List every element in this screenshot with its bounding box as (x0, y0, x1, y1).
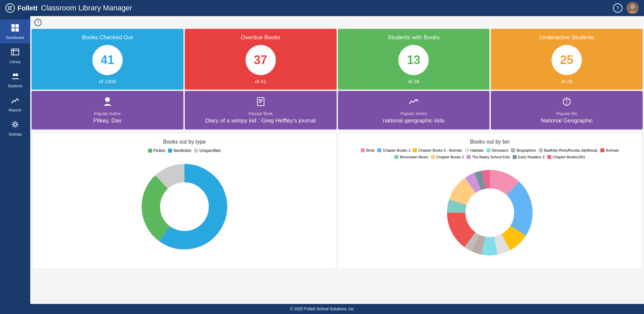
popular-bin-value: National Geographic (541, 117, 593, 124)
help-icon-sm[interactable]: ? (34, 19, 42, 26)
legend-unspecified: Unspecified (194, 148, 221, 153)
stats-row: Books Checked Out 41 of 1303 Overdue Boo… (30, 29, 644, 90)
legend-chapter-books1001: Chapter Books1001 (547, 155, 585, 159)
stat-card-underactive-students[interactable]: Underactive Students 25 of 26 (491, 29, 643, 90)
popular-series-icon (408, 96, 419, 109)
stat-title-students-with-books: Students with Books (388, 34, 439, 41)
info-card-popular-series[interactable]: Popular Series national geographic kids (338, 91, 490, 129)
chart-by-type-legend: Fiction Nonfiction Unspecified (38, 148, 331, 153)
legend-label-chapter-books-5: Chapter Books 5 - Animals (418, 148, 462, 152)
legend-dot-biographies (511, 148, 515, 152)
info-card-popular-book[interactable]: Popular Book Diary of a wimpy kid : Greg… (185, 91, 337, 129)
svg-point-14 (17, 99, 19, 101)
legend-bailey: The Bailey School Kids (467, 155, 510, 159)
legend-early-readers: Early Readers 3 (513, 155, 545, 159)
popular-bin-icon (561, 96, 572, 109)
svg-rect-6 (15, 28, 19, 32)
legend-animals: Animals (600, 148, 619, 152)
donut-by-type-wrapper (38, 156, 331, 257)
info-card-popular-author[interactable]: Popular Author Pilkey, Dav (32, 91, 183, 129)
legend-chapter-books-2: Chapter Books 2 (431, 155, 464, 159)
app-header: Follett Classroom Library Manager ? (0, 0, 644, 16)
svg-point-15 (14, 123, 16, 126)
popular-book-value: Diary of a wimpy kid : Greg Heffley's jo… (205, 117, 316, 124)
stat-sub-overdue-books: of 41 (255, 78, 266, 84)
popular-author-label: Popular Author (94, 111, 121, 116)
help-row: ? (30, 16, 644, 29)
sidebar-item-reports[interactable]: Reports (0, 92, 30, 116)
svg-point-16 (105, 97, 110, 102)
stat-title-books-checked-out: Books Checked Out (82, 34, 133, 41)
charts-row: Books out by type Fiction Nonfiction Uns… (30, 132, 644, 270)
sidebar-item-students[interactable]: Students (0, 68, 30, 92)
stat-value-books-checked-out: 41 (92, 45, 123, 75)
legend-birds: Birds (361, 148, 375, 152)
legend-label-habitats: Habitats (470, 148, 484, 152)
svg-point-10 (13, 73, 15, 76)
legend-dot-chapter-books-5 (413, 148, 417, 152)
main-content: ? Books Checked Out 41 of 1303 Overdue B… (30, 16, 644, 314)
library-label: Library (9, 60, 21, 64)
legend-dot-unspecified (194, 149, 198, 153)
popular-bin-label: Popular Bin (556, 111, 577, 116)
legend-dot-chapter-books-1 (377, 148, 381, 152)
popular-book-icon (255, 96, 266, 109)
dashboard-icon (11, 23, 19, 34)
legend-dot-berenstain (394, 155, 398, 159)
legend-dot-animals (600, 148, 604, 152)
app-footer: © 2020 Follett School Solutions, Inc (0, 304, 644, 314)
svg-point-42 (466, 189, 514, 237)
user-avatar[interactable] (627, 2, 639, 14)
info-card-popular-bin[interactable]: Popular Bin National Geographic (491, 91, 643, 129)
stat-sub-books-checked-out: of 1303 (99, 78, 116, 84)
stat-card-overdue-books[interactable]: Overdue Books 37 of 41 (185, 29, 337, 90)
svg-point-12 (11, 102, 13, 103)
chart-by-type-title: Books out by type (38, 139, 331, 145)
legend-label-fiction: Fiction (154, 148, 165, 153)
legend-label-birds: Birds (366, 148, 375, 152)
header-help-button[interactable]: ? (613, 3, 622, 13)
legend-dot-early-readers (513, 155, 517, 159)
popular-series-value: national geographic kids (383, 117, 444, 124)
settings-icon (11, 120, 19, 131)
chart-by-type: Books out by type Fiction Nonfiction Uns… (33, 134, 336, 268)
chart-by-bin: Books out by bin Birds Chapter Books 1 C… (339, 134, 642, 268)
reports-icon (11, 96, 19, 107)
legend-label-chapter-books-2: Chapter Books 2 (436, 155, 464, 159)
legend-label-berenstain: Berenstain Bears (400, 155, 428, 159)
follett-logo-icon (5, 3, 15, 13)
legend-biographies: Biographies (511, 148, 536, 152)
svg-rect-5 (11, 28, 15, 32)
stat-sub-students-with-books: of 26 (408, 78, 419, 84)
stat-value-overdue-books: 37 (246, 45, 276, 75)
sidebar-item-library[interactable]: Library (0, 44, 30, 68)
legend-dot-habitats (465, 148, 469, 152)
legend-dot-bailey (467, 155, 471, 159)
stat-card-students-with-books[interactable]: Students with Books 13 of 26 (338, 29, 490, 90)
legend-label-unspecified: Unspecified (200, 148, 221, 153)
dashboard-label: Dashboard (6, 36, 24, 40)
legend-label-biographies: Biographies (516, 148, 536, 152)
legend-label-dinosaurs: Dinosaurs (492, 148, 509, 152)
legend-label-chapter-books1001: Chapter Books1001 (553, 155, 585, 159)
stat-sub-underactive-students: of 26 (561, 78, 572, 84)
legend-chapter-books-1: Chapter Books 1 (377, 148, 410, 152)
stat-title-overdue-books: Overdue Books (241, 34, 280, 41)
legend-dot-nonfiction (168, 149, 172, 153)
sidebar-item-dashboard[interactable]: Dashboard (0, 19, 30, 44)
svg-point-11 (15, 73, 18, 76)
header-left: Follett Classroom Library Manager (5, 3, 132, 13)
legend-dot-dinosaurs (486, 148, 490, 152)
legend-label-animals: Animals (606, 148, 619, 152)
app-title: Classroom Library Manager (41, 4, 132, 12)
popular-book-label: Popular Book (249, 111, 273, 116)
legend-label-nonfiction: Nonfiction (173, 148, 191, 153)
stat-title-underactive-students: Underactive Students (540, 34, 594, 41)
stat-card-books-checked-out[interactable]: Books Checked Out 41 of 1303 (32, 29, 183, 90)
chart-by-bin-title: Books out by bin (344, 139, 636, 145)
popular-author-value: Pilkey, Dav (93, 117, 122, 124)
app-body: Dashboard Library Students Reports Setti… (0, 16, 644, 314)
sidebar-item-settings[interactable]: Settings (0, 116, 30, 140)
svg-rect-7 (11, 49, 19, 55)
legend-label-early-readers: Early Readers 3 (518, 155, 545, 159)
